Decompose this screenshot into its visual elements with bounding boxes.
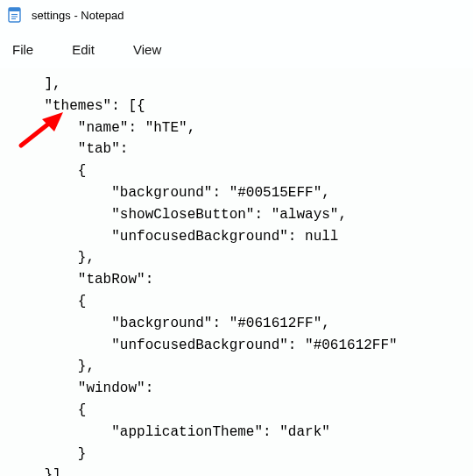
menu-bar: File Edit View [0,30,473,68]
text-area[interactable]: ], "themes": [{ "name": "hTE", "tab": { … [0,68,473,476]
menu-view[interactable]: View [126,37,168,62]
menu-file[interactable]: File [5,37,40,62]
notepad-icon [7,7,23,23]
svg-rect-1 [9,8,20,11]
title-bar: settings - Notepad [0,0,473,30]
window-title: settings - Notepad [32,9,124,22]
menu-edit[interactable]: Edit [65,37,102,62]
